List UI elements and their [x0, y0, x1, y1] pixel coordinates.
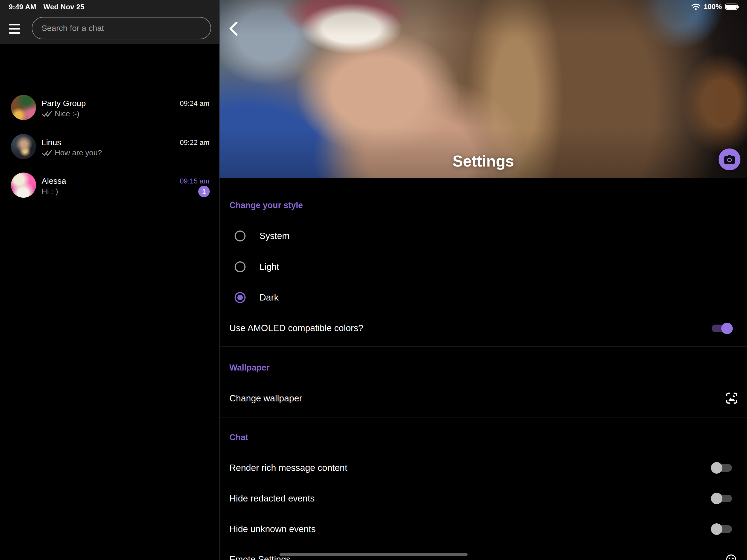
chat-list: Party Group Nice :-) 09:24 am Linus	[0, 44, 219, 560]
chat-last-message-text: Nice :-)	[55, 109, 79, 119]
chat-name: Party Group	[42, 98, 86, 108]
toggle-hide-unknown-events[interactable]	[712, 525, 732, 533]
settings-panel: 100% Settings Change your style System L…	[220, 0, 747, 560]
chat-last-message: Nice :-)	[42, 109, 79, 119]
read-receipt-icon	[42, 149, 52, 156]
avatar	[11, 134, 36, 159]
radio-row-dark[interactable]: Dark	[220, 286, 747, 308]
back-button[interactable]	[227, 21, 241, 36]
chat-list-item-linus[interactable]: Linus How are you? 09:22 am	[0, 128, 219, 165]
chat-sidebar: 9:49 AM Wed Nov 25 Party Group Nic	[0, 0, 219, 560]
chat-timestamp: 09:24 am	[180, 99, 209, 107]
chat-last-message-text: Hi :-)	[42, 187, 58, 196]
chat-last-message: Hi :-)	[42, 187, 58, 196]
radio-system[interactable]	[235, 230, 246, 241]
section-heading-style: Change your style	[229, 200, 303, 210]
search-input[interactable]	[32, 17, 211, 40]
profile-header-photo	[220, 0, 747, 178]
radio-light[interactable]	[235, 261, 246, 272]
radio-row-system[interactable]: System	[220, 225, 747, 247]
avatar	[11, 95, 36, 120]
status-time: 9:49 AM	[9, 3, 36, 11]
toggle-render-rich-content[interactable]	[712, 464, 732, 472]
chat-list-item-party-group[interactable]: Party Group Nice :-) 09:24 am	[0, 89, 219, 126]
page-title: Settings	[220, 152, 747, 170]
status-bar-right: 100%	[691, 2, 738, 11]
emote-smiley-icon	[726, 554, 737, 560]
radio-label: Dark	[259, 292, 279, 303]
section-divider	[220, 417, 747, 418]
radio-row-light[interactable]: Light	[220, 256, 747, 278]
chat-timestamp: 09:22 am	[180, 138, 209, 147]
section-heading-wallpaper: Wallpaper	[229, 363, 269, 373]
app-screen: 9:49 AM Wed Nov 25 Party Group Nic	[0, 0, 747, 560]
home-indicator[interactable]	[279, 553, 468, 556]
camera-icon	[724, 154, 735, 164]
render-rich-label: Render rich message content	[229, 462, 347, 473]
chat-last-message: How are you?	[42, 148, 102, 157]
chat-name: Linus	[42, 137, 61, 147]
battery-icon	[725, 4, 738, 10]
radio-dark[interactable]	[235, 292, 246, 303]
sidebar-appbar: 9:49 AM Wed Nov 25	[0, 0, 219, 44]
status-bar-left: 9:49 AM Wed Nov 25	[9, 3, 84, 11]
chat-list-item-alessa[interactable]: Alessa Hi :-) 09:15 am 1	[0, 167, 219, 204]
menu-button[interactable]	[9, 23, 21, 34]
chat-last-message-text: How are you?	[55, 148, 102, 157]
unread-count-badge: 1	[198, 186, 210, 197]
section-divider	[220, 347, 747, 347]
toggle-amoled[interactable]	[712, 325, 732, 332]
wallpaper-icon	[726, 392, 738, 404]
wifi-icon	[691, 3, 700, 10]
toggle-hide-redacted-events[interactable]	[712, 495, 732, 502]
status-date: Wed Nov 25	[44, 3, 84, 11]
radio-label: System	[259, 230, 289, 241]
read-receipt-icon	[42, 110, 52, 117]
hide-redacted-label: Hide redacted events	[229, 493, 315, 504]
chat-name: Alessa	[42, 176, 66, 186]
hide-unknown-label: Hide unknown events	[229, 524, 316, 535]
radio-label: Light	[259, 261, 279, 272]
amoled-label: Use AMOLED compatible colors?	[229, 323, 363, 334]
change-avatar-camera-button[interactable]	[719, 149, 741, 170]
change-wallpaper-label[interactable]: Change wallpaper	[229, 393, 302, 404]
menu-icon	[9, 24, 20, 25]
chat-timestamp: 09:15 am	[180, 177, 209, 185]
battery-percent: 100%	[704, 2, 722, 11]
section-heading-chat: Chat	[229, 433, 248, 442]
chevron-left-icon	[227, 21, 241, 36]
avatar	[11, 173, 36, 198]
